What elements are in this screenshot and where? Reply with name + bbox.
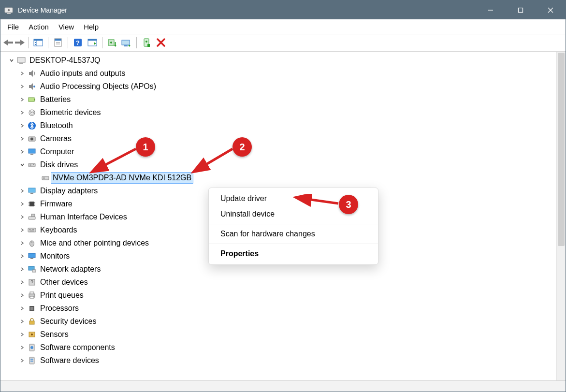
annotation-badge-1: 1 xyxy=(136,137,155,157)
menu-action[interactable]: Action xyxy=(24,21,54,33)
cpu-icon xyxy=(27,303,37,314)
toolbar-action-button[interactable] xyxy=(85,36,100,49)
chevron-right-icon[interactable] xyxy=(18,332,27,337)
tree-item-other[interactable]: ? Other devices xyxy=(2,276,556,289)
svg-rect-91 xyxy=(30,359,33,360)
chevron-right-icon[interactable] xyxy=(18,110,27,115)
menu-bar: File Action View Help xyxy=(0,19,566,34)
toolbar-separator xyxy=(136,37,137,48)
svg-rect-85 xyxy=(29,321,34,324)
tree-item-processors[interactable]: Processors xyxy=(2,302,556,315)
monitor-icon xyxy=(27,251,37,261)
toolbar-help-button[interactable]: ? xyxy=(71,36,85,49)
svg-rect-1 xyxy=(7,13,11,14)
chevron-right-icon[interactable] xyxy=(18,280,27,285)
toolbar-uninstall-button[interactable] xyxy=(119,36,134,49)
chevron-right-icon[interactable] xyxy=(18,241,27,246)
tree-item-disk-drives[interactable]: Disk drives xyxy=(2,158,556,171)
menu-file[interactable]: File xyxy=(2,21,24,33)
svg-point-31 xyxy=(145,41,147,43)
tree-label: Audio Processing Objects (APOs) xyxy=(39,80,157,93)
toolbar-separator xyxy=(102,37,102,48)
tree-item-audio-apo[interactable]: Audio Processing Objects (APOs) xyxy=(2,80,556,93)
bluetooth-icon xyxy=(27,120,37,131)
tree-root[interactable]: DESKTOP-4L537JQ xyxy=(2,54,556,67)
chevron-right-icon[interactable] xyxy=(18,189,27,193)
chevron-right-icon[interactable] xyxy=(18,254,27,259)
chevron-down-icon[interactable] xyxy=(7,58,16,63)
disk-drive-icon xyxy=(40,173,51,183)
tree-item-security[interactable]: Security devices xyxy=(2,315,556,328)
tree-item-audio-io[interactable]: Audio inputs and outputs xyxy=(2,67,556,80)
chevron-right-icon[interactable] xyxy=(18,319,27,324)
context-separator xyxy=(209,224,378,224)
toolbar-separator xyxy=(48,37,48,48)
toolbar-show-hide-tree-button[interactable] xyxy=(31,36,45,49)
svg-rect-55 xyxy=(29,188,35,192)
software-icon xyxy=(27,355,37,366)
tree-item-bluetooth[interactable]: Bluetooth xyxy=(2,119,556,132)
chevron-right-icon[interactable] xyxy=(18,267,27,272)
chevron-right-icon[interactable] xyxy=(18,149,27,154)
annotation-arrow-2 xyxy=(188,143,236,177)
toolbar-separator xyxy=(68,37,68,48)
svg-marker-8 xyxy=(15,40,25,45)
speaker-icon xyxy=(27,68,37,79)
scrollbar-thumb[interactable] xyxy=(558,53,565,246)
chevron-right-icon[interactable] xyxy=(18,71,27,76)
svg-point-24 xyxy=(110,42,112,44)
tree-item-computer[interactable]: Computer xyxy=(2,145,556,158)
close-button[interactable] xyxy=(536,0,566,19)
chevron-right-icon[interactable] xyxy=(18,228,27,232)
chevron-down-icon[interactable] xyxy=(18,162,27,167)
tree-label: Monitors xyxy=(39,249,71,262)
chevron-right-icon[interactable] xyxy=(18,293,27,298)
chevron-right-icon[interactable] xyxy=(18,84,27,89)
chevron-right-icon[interactable] xyxy=(18,306,27,311)
svg-rect-75 xyxy=(30,258,33,259)
svg-rect-32 xyxy=(147,44,150,47)
tree-label: Network adapters xyxy=(39,262,102,276)
tree-label: Display adapters xyxy=(39,184,99,197)
maximize-button[interactable] xyxy=(506,0,536,19)
svg-rect-27 xyxy=(122,40,130,45)
toolbar-back-button[interactable] xyxy=(2,36,14,49)
tree-label: Mice and other pointing devices xyxy=(39,236,150,249)
tree-item-swcomp[interactable]: Software components xyxy=(2,341,556,354)
tree-label: Bluetooth xyxy=(39,119,74,132)
vertical-scrollbar[interactable] xyxy=(556,52,566,380)
context-scan-hardware[interactable]: Scan for hardware changes xyxy=(209,226,378,242)
chevron-right-icon[interactable] xyxy=(18,123,27,128)
toolbar-forward-button[interactable] xyxy=(14,36,26,49)
chevron-right-icon[interactable] xyxy=(18,358,27,363)
svg-rect-64 xyxy=(29,217,35,219)
toolbar-update-driver-button[interactable] xyxy=(105,36,119,49)
network-icon xyxy=(27,264,37,275)
unknown-device-icon: ? xyxy=(27,277,37,288)
toolbar-disable-button[interactable] xyxy=(154,36,168,49)
tree-item-nvme-selected[interactable]: NVMe OM3PDP3-AD NVMe KDI 512GB xyxy=(2,171,556,184)
toolbar-enable-button[interactable] xyxy=(139,36,154,49)
tree-item-print[interactable]: Print queues xyxy=(2,289,556,302)
tree-item-sensors[interactable]: Sensors xyxy=(2,328,556,341)
tree-item-swdev[interactable]: Software devices xyxy=(2,354,556,367)
chevron-right-icon[interactable] xyxy=(18,97,27,102)
chevron-right-icon[interactable] xyxy=(18,202,27,206)
tree-label: Sensors xyxy=(39,328,70,341)
tree-item-biometric[interactable]: Biometric devices xyxy=(2,106,556,119)
chevron-right-icon[interactable] xyxy=(18,136,27,141)
svg-text:?: ? xyxy=(30,280,33,285)
tree-label: Software devices xyxy=(39,354,100,367)
minimize-button[interactable] xyxy=(476,0,506,19)
chevron-right-icon[interactable] xyxy=(18,215,27,219)
toolbar-properties-button[interactable] xyxy=(51,36,65,49)
context-properties[interactable]: Properties xyxy=(209,246,378,261)
battery-icon xyxy=(27,94,37,105)
chevron-right-icon[interactable] xyxy=(18,345,27,350)
menu-view[interactable]: View xyxy=(54,21,79,33)
tree-item-cameras[interactable]: Cameras xyxy=(2,132,556,145)
svg-marker-7 xyxy=(3,40,13,45)
fingerprint-icon xyxy=(27,107,37,118)
menu-help[interactable]: Help xyxy=(79,21,103,33)
tree-item-batteries[interactable]: Batteries xyxy=(2,93,556,106)
